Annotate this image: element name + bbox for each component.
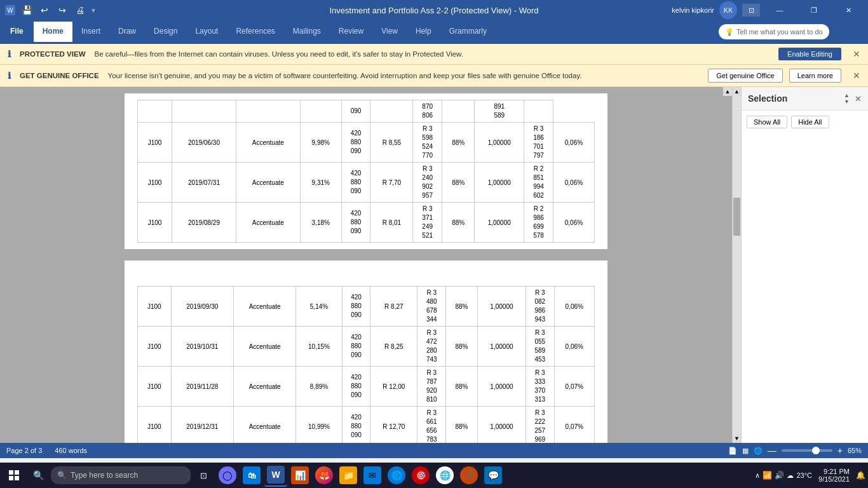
zoom-slider[interactable]: [782, 449, 832, 452]
selection-buttons-area: Show All Hide All: [742, 111, 868, 133]
tab-draw[interactable]: Draw: [109, 22, 145, 42]
doc-page-2: J100 2019/09/30 Accentuate 5,14% 420 880…: [125, 261, 607, 443]
share-btn[interactable]: Share: [834, 24, 868, 39]
tab-home[interactable]: Home: [34, 22, 72, 42]
ribbon-display-btn[interactable]: ⊡: [742, 4, 760, 17]
tab-view[interactable]: View: [372, 22, 407, 42]
genuine-close-btn[interactable]: ✕: [853, 71, 860, 81]
tell-me-box[interactable]: 💡 Tell me what you want to do: [719, 24, 829, 39]
save-qat-btn[interactable]: 💾: [19, 3, 34, 18]
show-all-btn[interactable]: Show All: [747, 116, 787, 128]
restore-btn[interactable]: ❐: [799, 0, 829, 20]
selection-panel-title: Selection: [748, 93, 787, 104]
svg-rect-1: [15, 470, 19, 475]
selection-close-btn[interactable]: ✕: [855, 94, 862, 104]
minimize-btn[interactable]: —: [765, 0, 794, 20]
enable-editing-btn[interactable]: Enable Editing: [778, 48, 841, 60]
page-count: Page 2 of 3: [6, 447, 42, 454]
taskbar-search-box[interactable]: 🔍 Type here to search: [51, 466, 191, 484]
tab-references[interactable]: References: [227, 22, 283, 42]
close-btn[interactable]: ✕: [834, 0, 863, 20]
selection-panel: Selection ▲ ▼ ✕ Show All Hide All: [741, 87, 868, 443]
tab-grammarly[interactable]: Grammarly: [440, 22, 496, 42]
taskbar-chrome-btn[interactable]: 🌐: [433, 464, 456, 487]
start-btn[interactable]: [3, 464, 25, 487]
web-layout-icon[interactable]: 🌐: [754, 447, 763, 455]
tab-design[interactable]: Design: [145, 22, 186, 42]
genuine-office-bar: ℹ GET GENUINE OFFICE Your license isn't …: [0, 65, 868, 87]
selection-up-btn[interactable]: ▲: [844, 92, 850, 98]
scroll-thumb[interactable]: [733, 198, 740, 236]
clock[interactable]: 9:21 PM 9/15/2021: [815, 468, 853, 483]
svg-rect-2: [9, 476, 13, 480]
learn-more-btn[interactable]: Learn more: [789, 69, 841, 83]
tell-me-text: Tell me what you want to do: [736, 28, 823, 36]
title-bar-left: W 💾 ↩ ↪ 🖨 ▼: [5, 3, 97, 18]
weather-temp: 23°C: [796, 471, 812, 479]
tab-file[interactable]: File: [0, 22, 34, 42]
tab-help[interactable]: Help: [407, 22, 440, 42]
protected-close-btn[interactable]: ✕: [853, 49, 860, 59]
vertical-scrollbar[interactable]: ▲ ▼: [732, 87, 741, 443]
protected-label: PROTECTED VIEW: [20, 50, 86, 58]
system-tray: ∧ 📶 🔊 ☁ 23°C 9:21 PM 9/15/2021 🔔: [755, 468, 865, 483]
selection-header-controls: ▲ ▼ ✕: [844, 92, 862, 105]
protected-view-bar: ℹ PROTECTED VIEW Be careful—files from t…: [0, 44, 868, 65]
get-genuine-btn[interactable]: Get genuine Office: [708, 69, 783, 83]
table-row: J100 2019/07/31 Accentuate 9,31% 420 880…: [138, 163, 595, 203]
page-gap: [9, 252, 723, 261]
title-bar-title: Investment and Portfolio Ass 2-2 (Protec…: [330, 6, 539, 15]
redo-qat-btn[interactable]: ↪: [55, 3, 70, 18]
search-taskbar-btn[interactable]: 🔍: [27, 464, 50, 487]
lightbulb-icon: 💡: [725, 28, 734, 36]
quick-access-toolbar: 💾 ↩ ↪ 🖨 ▼: [19, 3, 97, 18]
zoom-minus-btn[interactable]: —: [768, 445, 776, 456]
selection-down-btn[interactable]: ▼: [844, 98, 850, 105]
hide-all-btn[interactable]: Hide All: [791, 116, 829, 128]
taskbar-app4-btn[interactable]: 🎯: [409, 464, 432, 487]
scroll-up-btn[interactable]: ▲: [723, 87, 732, 96]
user-name: kelvin kipkorir: [672, 6, 714, 14]
taskbar-app5-btn[interactable]: 🎵: [458, 464, 480, 487]
taskbar-mail-btn[interactable]: ✉: [361, 464, 384, 487]
taskbar-cortana-btn[interactable]: ◯: [216, 464, 239, 487]
zoom-level: 65%: [848, 447, 862, 454]
weather-display: ☁: [787, 471, 794, 480]
statusbar-right: 📄 ▦ 🌐 — + 65%: [728, 445, 862, 456]
title-bar-right: kelvin kipkorir KK ⊡ — ❐ ✕: [672, 0, 863, 20]
taskbar-firefox-btn[interactable]: 🦊: [313, 464, 336, 487]
print-qat-btn[interactable]: 🖨: [72, 3, 88, 18]
undo-qat-btn[interactable]: ↩: [37, 3, 52, 18]
genuine-label: GET GENUINE OFFICE: [20, 72, 99, 79]
print-layout-icon[interactable]: ▦: [742, 447, 749, 455]
taskbar-store-btn[interactable]: 🛍: [240, 464, 263, 487]
tab-layout[interactable]: Layout: [186, 22, 227, 42]
network-icon[interactable]: 📶: [763, 471, 772, 480]
notification-icon[interactable]: 🔔: [856, 471, 865, 480]
chevron-icon[interactable]: ∧: [755, 471, 760, 480]
scroll-down-arrow[interactable]: ▼: [733, 434, 741, 443]
scroll-track[interactable]: [733, 96, 741, 434]
read-mode-icon[interactable]: 📄: [728, 447, 737, 455]
table-row: J100 2019/06/30 Accentuate 9,98% 420 880…: [138, 123, 595, 163]
tab-insert[interactable]: Insert: [72, 22, 109, 42]
table-row: J100 2019/08/29 Accentuate 3,18% 420 880…: [138, 203, 595, 243]
tab-review[interactable]: Review: [330, 22, 372, 42]
table-row: 090 870 806 891 589: [138, 100, 595, 123]
taskbar-edge-btn[interactable]: 🌐: [385, 464, 408, 487]
taskbar-app3-btn[interactable]: 📊: [288, 464, 311, 487]
taskbar-word-btn[interactable]: W: [264, 464, 287, 487]
word-count: 460 words: [55, 447, 87, 454]
taskbar-files-btn[interactable]: 📁: [337, 464, 360, 487]
task-view-btn[interactable]: ⊡: [192, 464, 215, 487]
ribbon: File Home Insert Draw Design Layout Refe…: [0, 20, 868, 44]
search-placeholder: Type here to search: [71, 471, 138, 480]
main-area: ▲ 090 870 806 891 589: [0, 87, 868, 443]
zoom-plus-btn[interactable]: +: [837, 445, 843, 456]
tab-mailings[interactable]: Mailings: [284, 22, 330, 42]
selection-panel-header: Selection ▲ ▼ ✕: [742, 87, 868, 111]
sound-icon[interactable]: 🔊: [775, 471, 784, 480]
scroll-up-arrow[interactable]: ▲: [733, 87, 741, 96]
avatar[interactable]: KK: [719, 1, 737, 19]
taskbar-app6-btn[interactable]: 💬: [482, 464, 505, 487]
